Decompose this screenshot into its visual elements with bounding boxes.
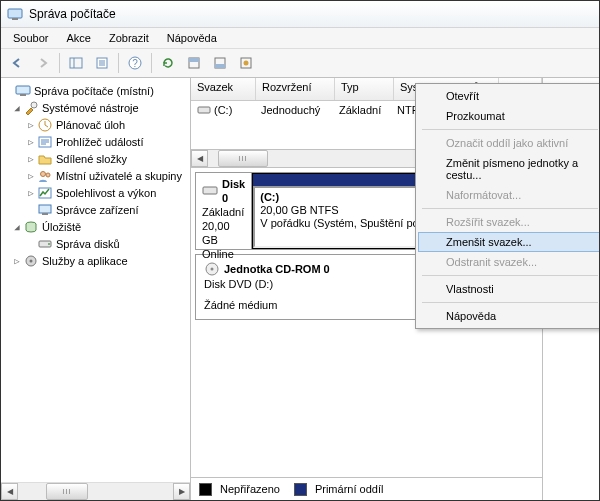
toolbar-separator — [59, 53, 60, 73]
titlebar[interactable]: Správa počítače — [1, 1, 599, 28]
disk-status: Online — [202, 247, 245, 261]
device-manager-icon — [37, 202, 53, 218]
svg-point-25 — [48, 243, 50, 245]
tree-event-viewer[interactable]: ▷ Prohlížeč událostí — [3, 133, 188, 150]
svg-rect-22 — [42, 213, 48, 215]
tree-task-scheduler[interactable]: ▷ Plánovač úloh — [3, 116, 188, 133]
context-menu[interactable]: Otevřít Prozkoumat Označit oddíl jako ak… — [415, 83, 600, 329]
toolbar-separator — [151, 53, 152, 73]
expand-toggle[interactable]: ▷ — [25, 171, 37, 181]
tree-label: Spolehlivost a výkon — [56, 187, 156, 199]
tree-system-tools[interactable]: ◢ Systémové nástroje — [3, 99, 188, 116]
svg-rect-1 — [12, 18, 18, 20]
clock-icon — [37, 117, 53, 133]
menu-file[interactable]: Soubor — [5, 30, 56, 46]
svg-rect-21 — [39, 205, 51, 213]
volume-label: (C:) — [214, 104, 232, 116]
cdrom-title: Jednotka CD-ROM 0 — [224, 262, 330, 277]
menu-properties[interactable]: Vlastnosti — [418, 279, 600, 299]
svg-point-19 — [46, 173, 50, 177]
legend-unallocated-swatch — [199, 483, 212, 496]
drive-icon — [197, 104, 211, 116]
svg-point-15 — [31, 102, 37, 108]
svg-point-18 — [41, 171, 46, 176]
tree-shared-folders[interactable]: ▷ Sdílené složky — [3, 150, 188, 167]
scroll-right-arrow[interactable]: ▶ — [173, 483, 190, 500]
expand-toggle[interactable]: ▷ — [11, 256, 23, 266]
expand-toggle[interactable]: ▷ — [25, 188, 37, 198]
expand-toggle[interactable]: ▷ — [25, 120, 37, 130]
tree-label: Služby a aplikace — [42, 255, 128, 267]
computer-icon — [15, 83, 31, 99]
tree-label: Plánovač úloh — [56, 119, 125, 131]
menu-open[interactable]: Otevřít — [418, 86, 600, 106]
volume-layout: Jednoduchý — [255, 104, 333, 116]
view-top-button[interactable] — [182, 51, 206, 75]
expand-toggle[interactable]: ▷ — [25, 137, 37, 147]
scroll-left-arrow[interactable]: ◀ — [191, 150, 208, 167]
refresh-button[interactable] — [156, 51, 180, 75]
expand-toggle[interactable]: ▷ — [25, 154, 37, 164]
menu-help[interactable]: Nápověda — [418, 306, 600, 326]
show-hide-tree-button[interactable] — [64, 51, 88, 75]
svg-rect-2 — [70, 58, 82, 68]
svg-rect-14 — [20, 94, 26, 96]
computer-management-window: Správa počítače Soubor Akce Zobrazit Náp… — [0, 0, 600, 501]
tree-device-manager[interactable]: Správce zařízení — [3, 201, 188, 218]
tree-root[interactable]: Správa počítače (místní) — [3, 82, 188, 99]
forward-button[interactable] — [31, 51, 55, 75]
tree-local-users[interactable]: ▷ Místní uživatelé a skupiny — [3, 167, 188, 184]
tree-label: Správa počítače (místní) — [34, 85, 154, 97]
properties-button[interactable] — [90, 51, 114, 75]
menu-format: Naformátovat... — [418, 185, 600, 205]
svg-rect-10 — [215, 64, 225, 68]
menu-help[interactable]: Nápověda — [159, 30, 225, 46]
scroll-thumb[interactable]: III — [218, 150, 268, 167]
expand-toggle[interactable]: ◢ — [11, 222, 23, 232]
tree-reliability[interactable]: ▷ Spolehlivost a výkon — [3, 184, 188, 201]
back-button[interactable] — [5, 51, 29, 75]
menu-shrink[interactable]: Zmenšit svazek... — [418, 232, 600, 252]
menubar: Soubor Akce Zobrazit Nápověda — [1, 28, 599, 49]
disk-type: Základní — [202, 205, 245, 219]
tree-label: Úložiště — [42, 221, 81, 233]
svg-rect-28 — [198, 107, 210, 113]
tree-storage[interactable]: ◢ Úložiště — [3, 218, 188, 235]
app-icon — [7, 6, 23, 22]
performance-icon — [37, 185, 53, 201]
menu-action[interactable]: Akce — [58, 30, 98, 46]
menu-explore[interactable]: Prozkoumat — [418, 106, 600, 126]
menu-delete: Odstranit svazek... — [418, 252, 600, 272]
menu-separator — [422, 129, 598, 130]
column-type[interactable]: Typ — [335, 78, 394, 100]
tree-label: Prohlížeč událostí — [56, 136, 143, 148]
cdrom-icon — [204, 261, 220, 277]
menu-separator — [422, 208, 598, 209]
svg-point-12 — [244, 61, 249, 66]
tree-label: Sdílené složky — [56, 153, 127, 165]
storage-icon — [23, 219, 39, 235]
view-bottom-button[interactable] — [208, 51, 232, 75]
scroll-left-arrow[interactable]: ◀ — [1, 483, 18, 500]
tree-horizontal-scrollbar[interactable]: ◀ III ▶ — [1, 482, 190, 500]
navigation-tree[interactable]: Správa počítače (místní) ◢ Systémové nás… — [1, 78, 191, 500]
menu-view[interactable]: Zobrazit — [101, 30, 157, 46]
tree-services-apps[interactable]: ▷ Služby a aplikace — [3, 252, 188, 269]
menu-change-letter[interactable]: Změnit písmeno jednotky a cestu... — [418, 153, 600, 185]
column-volume[interactable]: Svazek — [191, 78, 256, 100]
menu-mark-active: Označit oddíl jako aktivní — [418, 133, 600, 153]
tree-label: Správce zařízení — [56, 204, 139, 216]
scroll-thumb[interactable]: III — [46, 483, 88, 500]
partition-info: 20,00 GB NTFS — [260, 204, 338, 216]
help-button[interactable]: ? — [123, 51, 147, 75]
expand-toggle[interactable]: ◢ — [11, 103, 23, 113]
legend: Nepřiřazeno Primární oddíl — [191, 477, 542, 500]
svg-point-27 — [30, 259, 33, 262]
disk-management-icon — [37, 236, 53, 252]
column-layout[interactable]: Rozvržení — [256, 78, 335, 100]
legend-primary-swatch — [294, 483, 307, 496]
window-title: Správa počítače — [29, 7, 116, 21]
tree-disk-management[interactable]: Správa disků — [3, 235, 188, 252]
users-icon — [37, 168, 53, 184]
settings-button[interactable] — [234, 51, 258, 75]
